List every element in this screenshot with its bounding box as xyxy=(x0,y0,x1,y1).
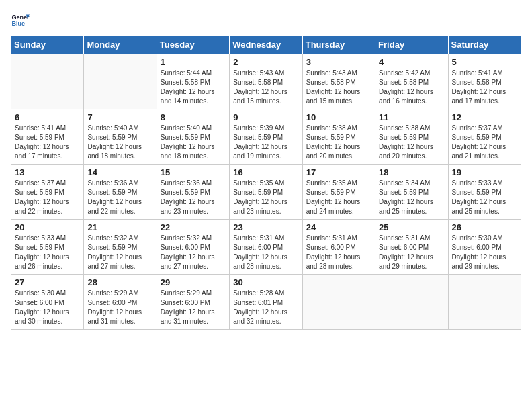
calendar-cell: 18Sunrise: 5:34 AM Sunset: 5:59 PM Dayli… xyxy=(375,165,448,220)
day-number: 8 xyxy=(161,112,226,122)
calendar-cell: 23Sunrise: 5:31 AM Sunset: 6:00 PM Dayli… xyxy=(230,220,302,275)
calendar-cell: 28Sunrise: 5:29 AM Sunset: 6:00 PM Dayli… xyxy=(84,275,157,330)
day-number: 7 xyxy=(87,112,152,122)
calendar-cell: 13Sunrise: 5:37 AM Sunset: 5:59 PM Dayli… xyxy=(11,165,84,220)
day-number: 18 xyxy=(379,167,444,177)
calendar-week-4: 20Sunrise: 5:33 AM Sunset: 5:59 PM Dayli… xyxy=(11,220,521,275)
calendar-cell: 29Sunrise: 5:29 AM Sunset: 6:00 PM Dayli… xyxy=(157,275,229,330)
calendar-week-3: 13Sunrise: 5:37 AM Sunset: 5:59 PM Dayli… xyxy=(11,165,521,220)
day-number: 16 xyxy=(233,167,298,177)
day-number: 13 xyxy=(15,167,80,177)
calendar-cell: 14Sunrise: 5:36 AM Sunset: 5:59 PM Dayli… xyxy=(84,165,157,220)
header-friday: Friday xyxy=(375,36,448,54)
cell-text: Sunrise: 5:33 AM Sunset: 5:59 PM Dayligh… xyxy=(15,234,80,271)
day-number: 1 xyxy=(161,57,226,67)
day-number: 11 xyxy=(379,112,444,122)
day-number: 28 xyxy=(87,277,152,287)
day-number: 27 xyxy=(15,277,80,287)
header-monday: Monday xyxy=(84,36,157,54)
cell-text: Sunrise: 5:31 AM Sunset: 6:00 PM Dayligh… xyxy=(379,234,444,271)
cell-text: Sunrise: 5:29 AM Sunset: 6:00 PM Dayligh… xyxy=(87,289,152,326)
cell-text: Sunrise: 5:30 AM Sunset: 6:00 PM Dayligh… xyxy=(15,289,80,326)
cell-text: Sunrise: 5:28 AM Sunset: 6:01 PM Dayligh… xyxy=(233,289,298,326)
day-number: 24 xyxy=(306,222,371,232)
cell-text: Sunrise: 5:43 AM Sunset: 5:58 PM Dayligh… xyxy=(306,68,371,106)
calendar-cell: 27Sunrise: 5:30 AM Sunset: 6:00 PM Dayli… xyxy=(11,275,84,330)
header-thursday: Thursday xyxy=(302,36,375,54)
day-number: 21 xyxy=(87,222,152,232)
day-number: 10 xyxy=(306,112,371,122)
svg-text:Blue: Blue xyxy=(11,20,25,27)
calendar-cell: 4Sunrise: 5:42 AM Sunset: 5:58 PM Daylig… xyxy=(375,54,448,109)
calendar-cell: 12Sunrise: 5:37 AM Sunset: 5:59 PM Dayli… xyxy=(448,109,521,165)
day-number: 12 xyxy=(452,112,517,122)
cell-text: Sunrise: 5:41 AM Sunset: 5:58 PM Dayligh… xyxy=(452,68,517,106)
day-number: 26 xyxy=(452,222,517,232)
cell-text: Sunrise: 5:31 AM Sunset: 6:00 PM Dayligh… xyxy=(306,234,371,271)
cell-text: Sunrise: 5:40 AM Sunset: 5:59 PM Dayligh… xyxy=(87,124,152,161)
header-saturday: Saturday xyxy=(448,36,521,54)
cell-text: Sunrise: 5:32 AM Sunset: 6:00 PM Dayligh… xyxy=(161,234,226,271)
calendar-cell: 20Sunrise: 5:33 AM Sunset: 5:59 PM Dayli… xyxy=(11,220,84,275)
cell-text: Sunrise: 5:41 AM Sunset: 5:59 PM Dayligh… xyxy=(15,124,80,161)
calendar-cell: 6Sunrise: 5:41 AM Sunset: 5:59 PM Daylig… xyxy=(11,109,84,165)
cell-text: Sunrise: 5:30 AM Sunset: 6:00 PM Dayligh… xyxy=(452,234,517,271)
calendar-week-1: 1Sunrise: 5:44 AM Sunset: 5:58 PM Daylig… xyxy=(11,54,521,109)
calendar-cell xyxy=(84,54,157,109)
day-number: 3 xyxy=(306,57,371,67)
calendar-cell: 1Sunrise: 5:44 AM Sunset: 5:58 PM Daylig… xyxy=(157,54,229,109)
calendar-cell xyxy=(375,275,448,330)
cell-text: Sunrise: 5:39 AM Sunset: 5:59 PM Dayligh… xyxy=(233,124,298,161)
cell-text: Sunrise: 5:31 AM Sunset: 6:00 PM Dayligh… xyxy=(233,234,298,271)
calendar-cell: 24Sunrise: 5:31 AM Sunset: 6:00 PM Dayli… xyxy=(302,220,375,275)
calendar-cell: 8Sunrise: 5:40 AM Sunset: 5:59 PM Daylig… xyxy=(157,109,229,165)
cell-text: Sunrise: 5:35 AM Sunset: 5:59 PM Dayligh… xyxy=(233,179,298,216)
calendar-cell: 2Sunrise: 5:43 AM Sunset: 5:58 PM Daylig… xyxy=(230,54,302,109)
calendar-cell: 25Sunrise: 5:31 AM Sunset: 6:00 PM Dayli… xyxy=(375,220,448,275)
calendar-cell: 26Sunrise: 5:30 AM Sunset: 6:00 PM Dayli… xyxy=(448,220,521,275)
calendar-cell xyxy=(448,275,521,330)
logo: General Blue xyxy=(11,11,32,30)
day-number: 9 xyxy=(233,112,298,122)
calendar-cell: 5Sunrise: 5:41 AM Sunset: 5:58 PM Daylig… xyxy=(448,54,521,109)
calendar-header-row: SundayMondayTuesdayWednesdayThursdayFrid… xyxy=(11,36,521,54)
day-number: 4 xyxy=(379,57,444,67)
calendar-table: SundayMondayTuesdayWednesdayThursdayFrid… xyxy=(11,35,521,330)
cell-text: Sunrise: 5:42 AM Sunset: 5:58 PM Dayligh… xyxy=(379,68,444,106)
day-number: 29 xyxy=(161,277,226,287)
calendar-cell: 11Sunrise: 5:38 AM Sunset: 5:59 PM Dayli… xyxy=(375,109,448,165)
cell-text: Sunrise: 5:36 AM Sunset: 5:59 PM Dayligh… xyxy=(161,179,226,216)
calendar-cell: 17Sunrise: 5:35 AM Sunset: 5:59 PM Dayli… xyxy=(302,165,375,220)
calendar-cell: 30Sunrise: 5:28 AM Sunset: 6:01 PM Dayli… xyxy=(230,275,302,330)
cell-text: Sunrise: 5:36 AM Sunset: 5:59 PM Dayligh… xyxy=(87,179,152,216)
calendar-cell: 16Sunrise: 5:35 AM Sunset: 5:59 PM Dayli… xyxy=(230,165,302,220)
cell-text: Sunrise: 5:33 AM Sunset: 5:59 PM Dayligh… xyxy=(452,179,517,216)
cell-text: Sunrise: 5:37 AM Sunset: 5:59 PM Dayligh… xyxy=(452,124,517,161)
day-number: 14 xyxy=(87,167,152,177)
calendar-cell: 3Sunrise: 5:43 AM Sunset: 5:58 PM Daylig… xyxy=(302,54,375,109)
cell-text: Sunrise: 5:44 AM Sunset: 5:58 PM Dayligh… xyxy=(161,68,226,106)
cell-text: Sunrise: 5:35 AM Sunset: 5:59 PM Dayligh… xyxy=(306,179,371,216)
logo-icon: General Blue xyxy=(11,11,30,30)
cell-text: Sunrise: 5:37 AM Sunset: 5:59 PM Dayligh… xyxy=(15,179,80,216)
day-number: 25 xyxy=(379,222,444,232)
day-number: 22 xyxy=(161,222,226,232)
calendar-cell: 21Sunrise: 5:32 AM Sunset: 5:59 PM Dayli… xyxy=(84,220,157,275)
header-wednesday: Wednesday xyxy=(230,36,302,54)
header-tuesday: Tuesday xyxy=(157,36,229,54)
cell-text: Sunrise: 5:34 AM Sunset: 5:59 PM Dayligh… xyxy=(379,179,444,216)
calendar-cell: 15Sunrise: 5:36 AM Sunset: 5:59 PM Dayli… xyxy=(157,165,229,220)
calendar-cell xyxy=(302,275,375,330)
cell-text: Sunrise: 5:43 AM Sunset: 5:58 PM Dayligh… xyxy=(233,68,298,106)
cell-text: Sunrise: 5:32 AM Sunset: 5:59 PM Dayligh… xyxy=(87,234,152,271)
day-number: 19 xyxy=(452,167,517,177)
day-number: 6 xyxy=(15,112,80,122)
calendar-cell: 7Sunrise: 5:40 AM Sunset: 5:59 PM Daylig… xyxy=(84,109,157,165)
calendar-week-2: 6Sunrise: 5:41 AM Sunset: 5:59 PM Daylig… xyxy=(11,109,521,165)
cell-text: Sunrise: 5:29 AM Sunset: 6:00 PM Dayligh… xyxy=(161,289,226,326)
day-number: 20 xyxy=(15,222,80,232)
calendar-cell xyxy=(11,54,84,109)
cell-text: Sunrise: 5:38 AM Sunset: 5:59 PM Dayligh… xyxy=(306,124,371,161)
calendar-cell: 9Sunrise: 5:39 AM Sunset: 5:59 PM Daylig… xyxy=(230,109,302,165)
calendar-cell: 19Sunrise: 5:33 AM Sunset: 5:59 PM Dayli… xyxy=(448,165,521,220)
